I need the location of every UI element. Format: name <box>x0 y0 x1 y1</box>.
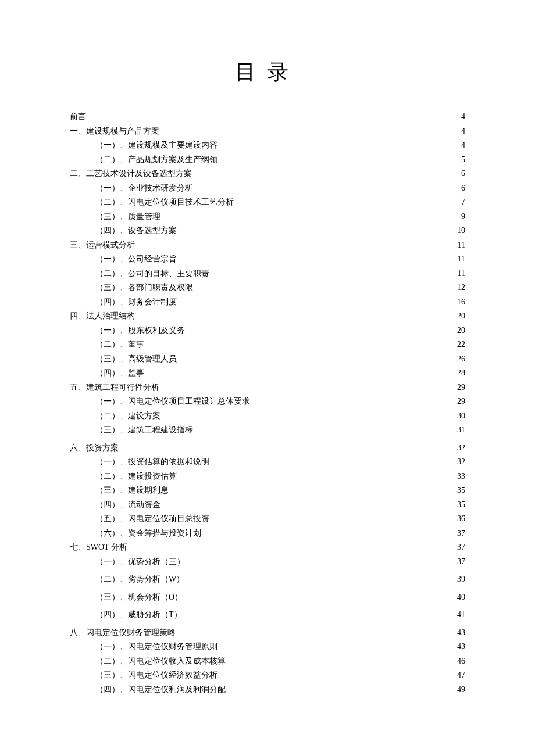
toc-leader-dots <box>250 396 456 404</box>
toc-entry-page: 4 <box>460 110 465 124</box>
toc-entry: （一）、闪电定位仪财务管理原则43 <box>70 640 465 654</box>
toc-entry-label: 八、闪电定位仪财务管理策略 <box>70 626 176 640</box>
toc-entry-page: 7 <box>460 195 465 210</box>
toc-entry-label: （一）、优势分析（三） <box>95 555 185 569</box>
toc-leader-dots <box>144 367 456 375</box>
toc-entry-page: 37 <box>456 555 465 569</box>
toc-container: 前言4一、建设规模与产品方案4（一）、建设规模及主要建设内容4（二）、产品规划方… <box>70 110 465 697</box>
toc-leader-dots <box>177 225 456 233</box>
toc-entry: （二）、公司的目标、主要职责11 <box>70 267 465 281</box>
toc-entry: （一）、建设规模及主要建设内容4 <box>70 138 465 153</box>
toc-entry-page: 43 <box>456 626 465 640</box>
toc-leader-dots <box>177 471 456 479</box>
toc-entry: （四）、闪电定位仪利润及利润分配49 <box>70 683 465 697</box>
toc-leader-dots <box>182 609 456 617</box>
toc-entry-label: 一、建设规模与产品方案 <box>70 124 159 139</box>
toc-leader-dots <box>184 574 456 582</box>
toc-entry-label: （三）、建筑工程建设指标 <box>95 423 193 438</box>
toc-entry-label: （三）、各部门职责及权限 <box>95 281 193 295</box>
toc-entry: 四、法人治理结构20 <box>70 309 465 324</box>
toc-entry: （三）、建设期利息35 <box>70 483 465 498</box>
toc-entry: （三）、机会分析（O）40 <box>70 590 465 605</box>
toc-leader-dots <box>185 556 456 564</box>
toc-title: 目录 <box>70 58 465 87</box>
toc-leader-dots <box>226 684 456 692</box>
toc-entry-label: （二）、建设方案 <box>95 409 160 424</box>
toc-entry-page: 29 <box>456 381 465 395</box>
toc-leader-dots <box>217 154 460 162</box>
toc-entry-page: 12 <box>456 281 465 295</box>
toc-entry: 前言4 <box>70 110 465 124</box>
toc-entry-label: （二）、公司的目标、主要职责 <box>95 267 209 281</box>
toc-leader-dots <box>217 139 460 148</box>
toc-entry-label: （四）、设备选型方案 <box>95 224 177 238</box>
toc-entry: （一）、闪电定位仪项目工程设计总体要求29 <box>70 395 465 409</box>
toc-entry: （三）、高级管理人员26 <box>70 352 465 367</box>
toc-entry: （一）、股东权利及义务20 <box>70 324 465 338</box>
toc-entry-page: 32 <box>456 455 465 470</box>
toc-leader-dots <box>127 542 456 550</box>
toc-entry-label: （四）、财务会计制度 <box>95 295 177 310</box>
toc-entry-page: 35 <box>456 498 465 513</box>
toc-entry: （三）、质量管理9 <box>70 210 465 224</box>
toc-entry: 二、工艺技术设计及设备选型方案6 <box>70 167 465 181</box>
toc-entry-page: 20 <box>456 309 465 324</box>
toc-entry-label: （一）、闪电定位仪财务管理原则 <box>95 640 217 654</box>
toc-entry-label: 三、运营模式分析 <box>70 238 135 253</box>
toc-entry-page: 43 <box>456 640 465 654</box>
toc-entry: （二）、劣势分析（W）39 <box>70 572 465 587</box>
toc-entry-label: （二）、产品规划方案及生产纲领 <box>95 153 217 167</box>
toc-entry-label: （六）、资金筹措与投资计划 <box>95 526 201 541</box>
toc-entry-page: 6 <box>460 167 465 181</box>
toc-entry-page: 37 <box>456 540 465 555</box>
toc-entry: （六）、资金筹措与投资计划37 <box>70 526 465 541</box>
toc-entry-page: 4 <box>460 138 465 153</box>
toc-leader-dots <box>217 641 456 649</box>
toc-entry-page: 32 <box>456 441 465 456</box>
toc-entry-page: 37 <box>456 526 465 541</box>
toc-entry-page: 40 <box>456 590 465 605</box>
toc-entry-page: 41 <box>456 608 465 622</box>
toc-leader-dots <box>135 310 456 318</box>
toc-entry-page: 35 <box>456 483 465 498</box>
toc-leader-dots <box>177 253 456 261</box>
toc-entry-page: 4 <box>460 124 465 139</box>
toc-leader-dots <box>185 325 456 333</box>
toc-entry-label: （一）、股东权利及义务 <box>95 324 185 338</box>
toc-entry: （二）、闪电定位仪收入及成本核算46 <box>70 654 465 669</box>
toc-entry: 三、运营模式分析11 <box>70 238 465 253</box>
toc-entry: （一）、企业技术研发分析6 <box>70 181 465 196</box>
toc-leader-dots <box>217 669 456 678</box>
toc-entry: （二）、产品规划方案及生产纲领5 <box>70 153 465 167</box>
toc-leader-dots <box>209 268 456 276</box>
toc-leader-dots <box>193 182 460 191</box>
toc-entry-page: 49 <box>456 683 465 697</box>
toc-leader-dots <box>176 627 456 635</box>
toc-entry-page: 36 <box>456 512 465 526</box>
toc-leader-dots <box>160 410 456 418</box>
toc-entry-label: （四）、流动资金 <box>95 498 160 513</box>
toc-entry-label: （二）、建设投资估算 <box>95 470 177 484</box>
toc-entry-page: 11 <box>456 252 465 267</box>
toc-entry: （一）、优势分析（三）37 <box>70 555 465 569</box>
toc-leader-dots <box>209 513 456 521</box>
toc-entry-label: 七、SWOT 分析 <box>70 540 127 555</box>
toc-entry-page: 31 <box>456 423 465 438</box>
toc-entry-page: 22 <box>456 338 465 352</box>
toc-entry-page: 47 <box>456 668 465 683</box>
toc-entry-page: 46 <box>456 654 465 669</box>
toc-entry-label: （三）、闪电定位仪经济效益分析 <box>95 668 217 683</box>
toc-entry: （二）、董事22 <box>70 338 465 352</box>
toc-leader-dots <box>193 282 456 290</box>
toc-entry-page: 33 <box>456 470 465 484</box>
toc-entry-page: 5 <box>460 153 465 167</box>
toc-leader-dots <box>86 111 460 119</box>
toc-entry: 五、建筑工程可行性分析29 <box>70 381 465 395</box>
toc-entry-label: （二）、劣势分析（W） <box>95 572 184 587</box>
toc-entry-page: 30 <box>456 409 465 424</box>
document-page: 目录 前言4一、建设规模与产品方案4（一）、建设规模及主要建设内容4（二）、产品… <box>0 0 535 743</box>
toc-entry-page: 28 <box>456 366 465 381</box>
toc-leader-dots <box>234 196 460 205</box>
toc-leader-dots <box>177 296 456 304</box>
toc-entry: （四）、设备选型方案10 <box>70 224 465 238</box>
